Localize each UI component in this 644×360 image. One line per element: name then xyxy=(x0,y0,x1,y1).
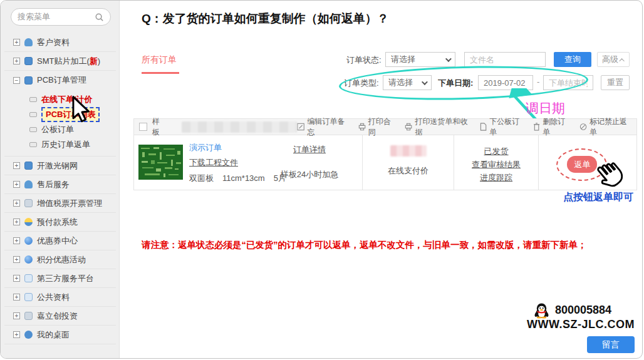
sidebar-item-pcb-order-list[interactable]: PCB订单列表 xyxy=(4,107,116,122)
pcb-submenu: 在线下单/计价 PCB订单列表 公板订单 历史订单返单 xyxy=(4,90,116,157)
submenu-icon xyxy=(29,112,37,117)
submenu-icon xyxy=(29,97,37,102)
order-type-label: 订单类型: xyxy=(344,78,379,89)
pcb-thumbnail[interactable] xyxy=(138,145,183,180)
sidebar-item-label: 增值税票开票管理 xyxy=(37,198,102,209)
chevron-down-icon xyxy=(422,79,428,85)
main-content: Q：发了货的订单如何重复制作（如何返单）？ 所有订单 订单状态: 请选择 查询 … xyxy=(120,1,643,359)
expand-plus-icon[interactable] xyxy=(13,312,20,319)
tab-all-orders[interactable]: 所有订单 xyxy=(142,54,177,66)
service-icon xyxy=(24,180,33,188)
expand-plus-icon[interactable] xyxy=(13,58,20,64)
sidebar-item-customer-info[interactable]: 客户资料 xyxy=(4,33,116,52)
print-delivery-note-action[interactable]: 打印送货单和收据 xyxy=(405,116,471,138)
order-status-select[interactable]: 请选择 xyxy=(385,52,455,67)
reset-button[interactable]: 重置 xyxy=(601,75,630,90)
filename-input[interactable] xyxy=(464,52,546,67)
annotation-text: 调日期 xyxy=(526,100,565,117)
qq-number: 800005884 xyxy=(555,304,611,317)
delete-order-action[interactable]: 删除订单 xyxy=(533,116,571,138)
expand-plus-icon[interactable] xyxy=(13,200,20,207)
order-status-value: 请选择 xyxy=(391,54,415,65)
sample-checkbox[interactable] xyxy=(139,123,147,131)
caret-up-icon xyxy=(619,58,624,63)
sidebar-item-label: 公板订单 xyxy=(41,124,74,135)
expand-plus-icon[interactable] xyxy=(13,275,20,282)
sample-label: 样板 xyxy=(152,116,167,138)
date-range-separator: - xyxy=(537,77,539,86)
sidebar-item-label: 公共资料 xyxy=(37,292,70,303)
sidebar-item-laser-stencil[interactable]: 开激光钢网 xyxy=(4,157,116,175)
advanced-button[interactable]: 高级 xyxy=(597,52,630,67)
sidebar-item-history-repeat-order[interactable]: 历史订单返单 xyxy=(4,137,116,152)
expand-plus-icon[interactable] xyxy=(13,294,20,301)
status-shipped-link[interactable]: 已发货 xyxy=(454,145,539,158)
sidebar-item-vat-invoice[interactable]: 增值税票开票管理 xyxy=(4,194,116,213)
sidebar-item-public-resources[interactable]: 公共资料 xyxy=(4,288,116,307)
collapse-minus-icon[interactable] xyxy=(13,77,20,84)
search-input[interactable]: 搜索菜单 xyxy=(11,8,111,26)
urgent-label: 样板24小时加急 xyxy=(281,170,338,179)
sidebar-item-public-board-order[interactable]: 公板订单 xyxy=(4,122,116,137)
edit-order-memo-action[interactable]: 编辑订单备忘 xyxy=(297,116,349,138)
price-cell: 在线支付价 xyxy=(362,135,454,190)
expand-plus-icon[interactable] xyxy=(13,331,20,338)
order-date-end-input[interactable] xyxy=(543,75,593,90)
sidebar-item-points-activity[interactable]: 积分优惠活动 xyxy=(4,250,116,269)
toolbar-actions: 编辑订单备忘 打印合同 打印送货单和收据 下公板订单 删除订单 xyxy=(297,116,631,138)
sidebar-item-label: 嘉立创投资 xyxy=(37,311,78,322)
search-icon[interactable] xyxy=(95,13,104,22)
expand-plus-icon[interactable] xyxy=(13,237,20,244)
pcb-order-icon xyxy=(24,76,33,85)
order-date-label: 下单日期: xyxy=(438,78,473,89)
sidebar-item-jlc-investment[interactable]: 嘉立创投资 xyxy=(4,307,116,326)
review-result-link[interactable]: 查看审核结果 xyxy=(454,158,539,171)
submenu-icon xyxy=(29,142,37,147)
order-info-cell: 演示订单 下载工程文件 双面板11cm*13cm5片 订单详情 样板24小时加急 xyxy=(134,135,362,190)
order-detail-link[interactable]: 订单详情 xyxy=(293,144,326,155)
page-title: Q：发了货的订单如何重复制作（如何返单）？ xyxy=(142,11,389,27)
sidebar-item-prepay-system[interactable]: 预付款系统 xyxy=(4,213,116,232)
sidebar-item-coupon-center[interactable]: 优惠券中心 xyxy=(4,232,116,250)
order-type-value: 请选择 xyxy=(388,77,413,88)
sidebar-item-pcb-order-mgmt[interactable]: PCB订单管理 xyxy=(4,71,116,90)
print-contract-action[interactable]: 打印合同 xyxy=(358,116,397,138)
redacted-price xyxy=(390,145,427,157)
sidebar-item-my-desktop[interactable]: 我的桌面 xyxy=(4,326,116,344)
sidebar-item-label: 积分优惠活动 xyxy=(37,254,86,265)
sidebar-item-third-party-platform[interactable]: 第三方服务平台 xyxy=(4,269,116,288)
sidebar-item-label: 我的桌面 xyxy=(37,329,70,341)
expand-plus-icon[interactable] xyxy=(13,162,20,169)
order-type-select[interactable]: 请选择 xyxy=(383,75,432,90)
sidebar-item-smt[interactable]: SMT贴片加工(新) xyxy=(4,52,116,71)
progress-tracking-link[interactable]: 进度跟踪 xyxy=(454,171,539,184)
sidebar-item-label: 客户资料 xyxy=(37,37,70,48)
expand-plus-icon[interactable] xyxy=(13,181,20,188)
expand-plus-icon[interactable] xyxy=(13,256,20,263)
desktop-icon xyxy=(24,331,33,339)
message-button[interactable]: 留言 xyxy=(587,336,635,353)
sidebar-item-after-sales[interactable]: 售后服务 xyxy=(4,175,116,194)
coins-icon xyxy=(24,218,33,226)
sidebar-menu: 客户资料 SMT贴片加工(新) PCB订单管理 在线下单/计价 PCB订 xyxy=(1,33,120,344)
query-button[interactable]: 查询 xyxy=(554,52,591,67)
order-date-start-input[interactable] xyxy=(478,75,533,90)
document-icon xyxy=(480,123,487,131)
sidebar-item-label: 优惠券中心 xyxy=(37,235,78,247)
qq-contact: 800005884 xyxy=(533,302,611,319)
expand-plus-icon[interactable] xyxy=(13,39,20,46)
order-row: 演示订单 下载工程文件 双面板11cm*13cm5片 订单详情 样板24小时加急… xyxy=(134,135,636,190)
sidebar-item-online-order[interactable]: 在线下单/计价 xyxy=(4,92,116,107)
sidebar-item-label: 预付款系统 xyxy=(37,217,78,228)
person-icon xyxy=(24,38,33,46)
orders-table: 样板 编辑订单备忘 打印合同 打印送货单和收据 下公板订单 xyxy=(133,118,637,190)
platform-icon xyxy=(24,274,33,282)
order-detail-subcell: 订单详情 样板24小时加急 xyxy=(262,144,356,180)
sidebar-item-label: 售后服务 xyxy=(37,179,70,190)
expand-plus-icon[interactable] xyxy=(13,219,20,225)
printer-icon xyxy=(358,123,366,131)
mark-no-repeat-action[interactable]: 标记禁止返单 xyxy=(579,116,631,138)
trash-icon xyxy=(533,123,540,131)
public-board-order-action[interactable]: 下公板订单 xyxy=(480,116,524,138)
board-type: 双面板 xyxy=(189,173,214,183)
